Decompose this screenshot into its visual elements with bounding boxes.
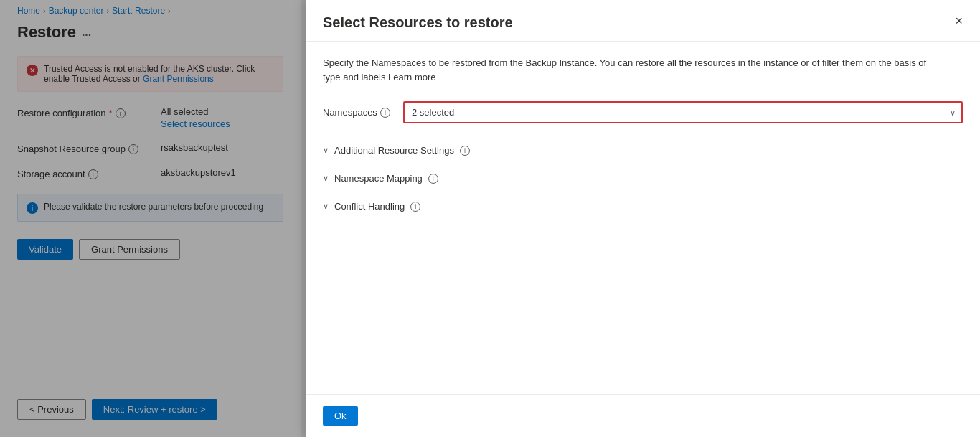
namespaces-dropdown[interactable]: 2 selected [403, 101, 963, 123]
modal-close-button[interactable]: × [955, 14, 963, 27]
namespaces-field-row: Namespaces i 2 selected ∨ [323, 101, 963, 123]
namespace-mapping-chevron-icon: ∨ [323, 174, 329, 183]
namespace-mapping-info-icon[interactable]: i [428, 174, 438, 184]
collapsible-sections: ∨ Additional Resource Settings i ∨ Names… [323, 138, 963, 219]
additional-resource-chevron-icon: ∨ [323, 146, 329, 155]
select-resources-modal: Select Resources to restore × Specify th… [306, 0, 980, 437]
ok-button[interactable]: Ok [323, 406, 358, 426]
modal-footer: Ok [306, 394, 980, 437]
additional-resource-settings-section: ∨ Additional Resource Settings i [323, 138, 963, 163]
modal-description: Specify the Namespaces to be restored fr… [323, 56, 940, 84]
conflict-handling-label: Conflict Handling [334, 201, 405, 212]
additional-resource-label: Additional Resource Settings [334, 145, 454, 156]
namespaces-info-icon[interactable]: i [380, 108, 390, 118]
namespace-mapping-header[interactable]: ∨ Namespace Mapping i [323, 166, 963, 191]
conflict-handling-header[interactable]: ∨ Conflict Handling i [323, 194, 963, 219]
namespaces-label: Namespaces i [323, 107, 395, 118]
modal-title: Select Resources to restore [323, 14, 513, 31]
namespaces-dropdown-wrapper: 2 selected ∨ [403, 101, 963, 123]
additional-resource-settings-header[interactable]: ∨ Additional Resource Settings i [323, 138, 963, 163]
conflict-handling-section: ∨ Conflict Handling i [323, 194, 963, 219]
modal-header: Select Resources to restore × [306, 0, 980, 42]
namespace-mapping-section: ∨ Namespace Mapping i [323, 166, 963, 191]
namespace-mapping-label: Namespace Mapping [334, 173, 423, 184]
additional-resource-info-icon[interactable]: i [460, 146, 470, 156]
conflict-handling-chevron-icon: ∨ [323, 202, 329, 211]
conflict-handling-info-icon[interactable]: i [410, 202, 420, 212]
modal-body: Specify the Namespaces to be restored fr… [306, 42, 980, 394]
